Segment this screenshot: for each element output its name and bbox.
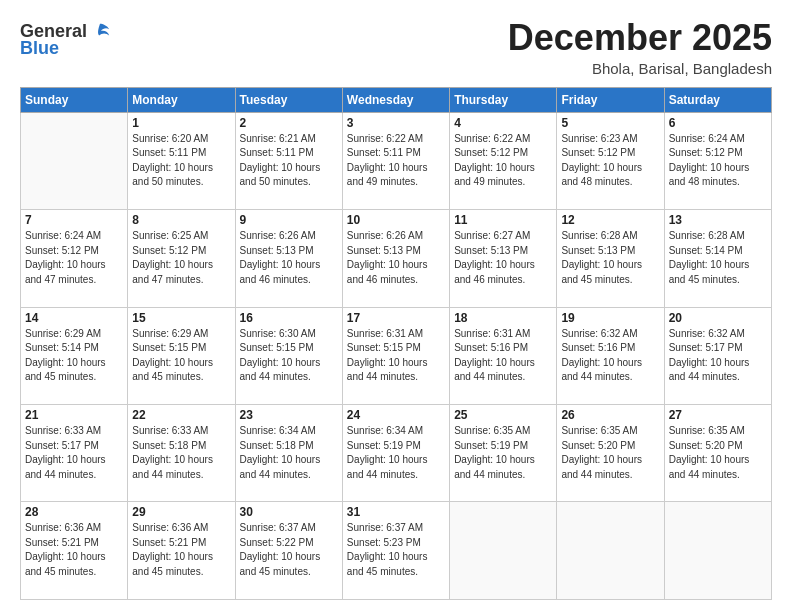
table-row: 29Sunrise: 6:36 AM Sunset: 5:21 PM Dayli… xyxy=(128,502,235,600)
day-info: Sunrise: 6:35 AM Sunset: 5:20 PM Dayligh… xyxy=(561,424,659,482)
table-row: 22Sunrise: 6:33 AM Sunset: 5:18 PM Dayli… xyxy=(128,405,235,502)
day-number: 2 xyxy=(240,116,338,130)
title-block: December 2025 Bhola, Barisal, Bangladesh xyxy=(508,18,772,77)
table-row: 8Sunrise: 6:25 AM Sunset: 5:12 PM Daylig… xyxy=(128,210,235,307)
table-row: 24Sunrise: 6:34 AM Sunset: 5:19 PM Dayli… xyxy=(342,405,449,502)
day-number: 29 xyxy=(132,505,230,519)
day-number: 23 xyxy=(240,408,338,422)
day-info: Sunrise: 6:32 AM Sunset: 5:16 PM Dayligh… xyxy=(561,327,659,385)
day-info: Sunrise: 6:20 AM Sunset: 5:11 PM Dayligh… xyxy=(132,132,230,190)
table-row: 21Sunrise: 6:33 AM Sunset: 5:17 PM Dayli… xyxy=(21,405,128,502)
table-row: 5Sunrise: 6:23 AM Sunset: 5:12 PM Daylig… xyxy=(557,112,664,209)
table-row: 19Sunrise: 6:32 AM Sunset: 5:16 PM Dayli… xyxy=(557,307,664,404)
day-number: 8 xyxy=(132,213,230,227)
day-number: 6 xyxy=(669,116,767,130)
day-number: 18 xyxy=(454,311,552,325)
day-info: Sunrise: 6:21 AM Sunset: 5:11 PM Dayligh… xyxy=(240,132,338,190)
day-info: Sunrise: 6:34 AM Sunset: 5:18 PM Dayligh… xyxy=(240,424,338,482)
table-row xyxy=(664,502,771,600)
day-number: 27 xyxy=(669,408,767,422)
day-number: 12 xyxy=(561,213,659,227)
day-number: 4 xyxy=(454,116,552,130)
day-info: Sunrise: 6:32 AM Sunset: 5:17 PM Dayligh… xyxy=(669,327,767,385)
page: General Blue December 2025 Bhola, Barisa… xyxy=(0,0,792,612)
table-row: 17Sunrise: 6:31 AM Sunset: 5:15 PM Dayli… xyxy=(342,307,449,404)
day-info: Sunrise: 6:35 AM Sunset: 5:20 PM Dayligh… xyxy=(669,424,767,482)
day-info: Sunrise: 6:36 AM Sunset: 5:21 PM Dayligh… xyxy=(132,521,230,579)
table-row: 26Sunrise: 6:35 AM Sunset: 5:20 PM Dayli… xyxy=(557,405,664,502)
day-info: Sunrise: 6:37 AM Sunset: 5:22 PM Dayligh… xyxy=(240,521,338,579)
table-row: 7Sunrise: 6:24 AM Sunset: 5:12 PM Daylig… xyxy=(21,210,128,307)
header: General Blue December 2025 Bhola, Barisa… xyxy=(20,18,772,77)
day-number: 10 xyxy=(347,213,445,227)
day-number: 19 xyxy=(561,311,659,325)
col-header-wednesday: Wednesday xyxy=(342,87,449,112)
day-info: Sunrise: 6:25 AM Sunset: 5:12 PM Dayligh… xyxy=(132,229,230,287)
table-row: 16Sunrise: 6:30 AM Sunset: 5:15 PM Dayli… xyxy=(235,307,342,404)
table-row: 6Sunrise: 6:24 AM Sunset: 5:12 PM Daylig… xyxy=(664,112,771,209)
day-info: Sunrise: 6:27 AM Sunset: 5:13 PM Dayligh… xyxy=(454,229,552,287)
day-info: Sunrise: 6:33 AM Sunset: 5:17 PM Dayligh… xyxy=(25,424,123,482)
day-info: Sunrise: 6:23 AM Sunset: 5:12 PM Dayligh… xyxy=(561,132,659,190)
day-info: Sunrise: 6:24 AM Sunset: 5:12 PM Dayligh… xyxy=(669,132,767,190)
day-info: Sunrise: 6:35 AM Sunset: 5:19 PM Dayligh… xyxy=(454,424,552,482)
table-row: 3Sunrise: 6:22 AM Sunset: 5:11 PM Daylig… xyxy=(342,112,449,209)
logo-bird-icon xyxy=(89,20,111,42)
day-number: 5 xyxy=(561,116,659,130)
month-title: December 2025 xyxy=(508,18,772,58)
logo-text: General Blue xyxy=(20,22,111,59)
day-info: Sunrise: 6:28 AM Sunset: 5:14 PM Dayligh… xyxy=(669,229,767,287)
table-row: 30Sunrise: 6:37 AM Sunset: 5:22 PM Dayli… xyxy=(235,502,342,600)
day-number: 16 xyxy=(240,311,338,325)
day-info: Sunrise: 6:24 AM Sunset: 5:12 PM Dayligh… xyxy=(25,229,123,287)
day-info: Sunrise: 6:22 AM Sunset: 5:12 PM Dayligh… xyxy=(454,132,552,190)
table-row: 31Sunrise: 6:37 AM Sunset: 5:23 PM Dayli… xyxy=(342,502,449,600)
day-info: Sunrise: 6:28 AM Sunset: 5:13 PM Dayligh… xyxy=(561,229,659,287)
day-number: 22 xyxy=(132,408,230,422)
day-number: 13 xyxy=(669,213,767,227)
day-number: 21 xyxy=(25,408,123,422)
table-row: 9Sunrise: 6:26 AM Sunset: 5:13 PM Daylig… xyxy=(235,210,342,307)
day-number: 15 xyxy=(132,311,230,325)
day-info: Sunrise: 6:22 AM Sunset: 5:11 PM Dayligh… xyxy=(347,132,445,190)
day-number: 31 xyxy=(347,505,445,519)
day-number: 9 xyxy=(240,213,338,227)
table-row xyxy=(21,112,128,209)
table-row: 27Sunrise: 6:35 AM Sunset: 5:20 PM Dayli… xyxy=(664,405,771,502)
col-header-tuesday: Tuesday xyxy=(235,87,342,112)
logo: General Blue xyxy=(20,22,111,59)
table-row: 20Sunrise: 6:32 AM Sunset: 5:17 PM Dayli… xyxy=(664,307,771,404)
day-number: 30 xyxy=(240,505,338,519)
table-row: 1Sunrise: 6:20 AM Sunset: 5:11 PM Daylig… xyxy=(128,112,235,209)
day-info: Sunrise: 6:37 AM Sunset: 5:23 PM Dayligh… xyxy=(347,521,445,579)
table-row: 4Sunrise: 6:22 AM Sunset: 5:12 PM Daylig… xyxy=(450,112,557,209)
col-header-monday: Monday xyxy=(128,87,235,112)
col-header-saturday: Saturday xyxy=(664,87,771,112)
day-info: Sunrise: 6:36 AM Sunset: 5:21 PM Dayligh… xyxy=(25,521,123,579)
day-number: 14 xyxy=(25,311,123,325)
table-row: 25Sunrise: 6:35 AM Sunset: 5:19 PM Dayli… xyxy=(450,405,557,502)
day-number: 28 xyxy=(25,505,123,519)
day-info: Sunrise: 6:31 AM Sunset: 5:15 PM Dayligh… xyxy=(347,327,445,385)
table-row: 14Sunrise: 6:29 AM Sunset: 5:14 PM Dayli… xyxy=(21,307,128,404)
table-row: 12Sunrise: 6:28 AM Sunset: 5:13 PM Dayli… xyxy=(557,210,664,307)
table-row: 11Sunrise: 6:27 AM Sunset: 5:13 PM Dayli… xyxy=(450,210,557,307)
table-row: 10Sunrise: 6:26 AM Sunset: 5:13 PM Dayli… xyxy=(342,210,449,307)
table-row: 28Sunrise: 6:36 AM Sunset: 5:21 PM Dayli… xyxy=(21,502,128,600)
day-number: 24 xyxy=(347,408,445,422)
location: Bhola, Barisal, Bangladesh xyxy=(508,60,772,77)
day-info: Sunrise: 6:26 AM Sunset: 5:13 PM Dayligh… xyxy=(240,229,338,287)
day-info: Sunrise: 6:26 AM Sunset: 5:13 PM Dayligh… xyxy=(347,229,445,287)
table-row: 23Sunrise: 6:34 AM Sunset: 5:18 PM Dayli… xyxy=(235,405,342,502)
day-number: 1 xyxy=(132,116,230,130)
table-row xyxy=(450,502,557,600)
table-row xyxy=(557,502,664,600)
day-info: Sunrise: 6:34 AM Sunset: 5:19 PM Dayligh… xyxy=(347,424,445,482)
day-info: Sunrise: 6:29 AM Sunset: 5:15 PM Dayligh… xyxy=(132,327,230,385)
col-header-thursday: Thursday xyxy=(450,87,557,112)
table-row: 15Sunrise: 6:29 AM Sunset: 5:15 PM Dayli… xyxy=(128,307,235,404)
calendar-table: SundayMondayTuesdayWednesdayThursdayFrid… xyxy=(20,87,772,600)
day-number: 17 xyxy=(347,311,445,325)
day-number: 20 xyxy=(669,311,767,325)
day-info: Sunrise: 6:33 AM Sunset: 5:18 PM Dayligh… xyxy=(132,424,230,482)
